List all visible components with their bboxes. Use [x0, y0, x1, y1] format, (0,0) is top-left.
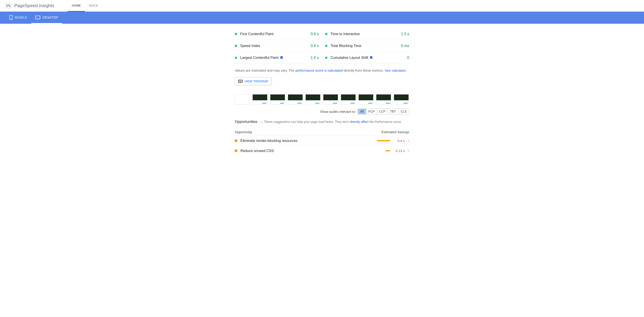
chevron-down-icon[interactable]: ▽ [408, 139, 409, 142]
estimate-note: Values are estimated and may vary. The p… [235, 68, 409, 73]
metric-label: Time to Interactive [330, 32, 401, 36]
nav-tabs: HOME DOCS [68, 0, 102, 12]
opportunities-title: Opportunities [235, 120, 258, 124]
metric-row: Speed Index0.8 s [235, 40, 319, 52]
metric-label: Speed Index [240, 44, 310, 48]
audit-filter-label: Show audits relevant to: [320, 110, 356, 114]
calculator-link[interactable]: See calculator [384, 69, 406, 72]
filmstrip-thumb[interactable] [306, 94, 320, 105]
metric-value: 0 [407, 56, 409, 60]
device-bar: MOBILE DESKTOP [0, 12, 644, 24]
metric-label: Total Blocking Time [330, 44, 401, 48]
status-dot-icon [235, 57, 237, 59]
status-square-icon [235, 139, 237, 142]
app-header: PageSpeed Insights HOME DOCS [0, 0, 644, 12]
filmstrip-thumb[interactable] [288, 94, 303, 105]
bookmark-icon [280, 56, 283, 59]
app-title: PageSpeed Insights [14, 3, 54, 8]
metric-value: 0.8 s [310, 44, 319, 48]
filmstrip-thumb[interactable] [270, 94, 285, 105]
status-square-icon [235, 150, 237, 152]
directly-affect-link[interactable]: directly affect [350, 120, 368, 124]
metric-row: Cumulative Layout Shift 0 [325, 52, 409, 64]
status-dot-icon [325, 57, 327, 59]
savings-value: 0.4 s [393, 139, 405, 143]
metrics-grid: First Contentful Paint0.8 sTime to Inter… [235, 28, 409, 64]
filter-btn-tbt[interactable]: TBT [388, 109, 398, 114]
desktop-icon [35, 16, 40, 19]
savings-bar [377, 140, 390, 141]
audit-filter-row: Show audits relevant to: AllFCPLCPTBTCLS [235, 109, 409, 114]
col-savings: Estimated Savings [382, 130, 409, 134]
filmstrip-thumb[interactable] [341, 94, 356, 105]
filter-btn-lcp[interactable]: LCP [377, 109, 388, 114]
filmstrip-thumb[interactable] [235, 94, 250, 105]
metric-label: First Contentful Paint [240, 32, 310, 36]
opportunity-label: Reduce unused CSS [240, 149, 386, 153]
view-treemap-button[interactable]: VIEW TREEMAP [235, 77, 272, 85]
opportunity-row[interactable]: Eliminate render-blocking resources0.4 s… [235, 136, 409, 146]
filter-btn-cls[interactable]: CLS [398, 109, 409, 114]
audit-filter-group: AllFCPLCPTBTCLS [358, 109, 409, 114]
logo-icon [5, 3, 11, 9]
status-dot-icon [235, 33, 237, 35]
filmstrip-thumb[interactable] [358, 94, 374, 105]
status-dot-icon [235, 45, 237, 47]
metric-value: 0 ms [401, 44, 409, 48]
filter-btn-fcp[interactable]: FCP [366, 109, 377, 114]
bookmark-icon [370, 56, 372, 59]
metric-label: Largest Contentful Paint [240, 56, 310, 60]
filmstrip-thumb[interactable] [376, 94, 391, 105]
status-dot-icon [325, 45, 327, 47]
treemap-label: VIEW TREEMAP [244, 80, 268, 83]
perf-score-link[interactable]: performance score is calculated [296, 69, 343, 72]
metric-value: 0.8 s [310, 32, 319, 36]
filter-btn-all[interactable]: All [358, 109, 366, 114]
mobile-icon [10, 15, 12, 20]
filmstrip-thumb[interactable] [394, 94, 409, 105]
device-tab-label: DESKTOP [42, 16, 58, 19]
opportunity-label: Eliminate render-blocking resources [240, 139, 377, 143]
opportunity-row[interactable]: Reduce unused CSS0.13 s▽ [235, 146, 409, 156]
metric-value: 1.3 s [401, 32, 409, 36]
status-dot-icon [325, 33, 327, 35]
col-opportunity: Opportunity [235, 130, 252, 134]
metric-row: Total Blocking Time0 ms [325, 40, 409, 52]
savings-bar [386, 150, 390, 151]
treemap-icon [238, 80, 242, 83]
filmstrip-thumb[interactable] [252, 94, 268, 105]
metric-label: Cumulative Layout Shift [330, 56, 407, 60]
device-tab-desktop[interactable]: DESKTOP [31, 12, 62, 24]
savings-value: 0.13 s [393, 149, 405, 153]
device-tab-label: MOBILE [15, 16, 27, 19]
chevron-down-icon[interactable]: ▽ [408, 149, 409, 152]
nav-tab-home[interactable]: HOME [68, 0, 85, 12]
opportunities-table-head: Opportunity Estimated Savings [235, 130, 409, 134]
metric-row: First Contentful Paint0.8 s [235, 28, 319, 40]
nav-tab-docs[interactable]: DOCS [85, 0, 102, 12]
opportunities-desc: — These suggestions can help your page l… [258, 120, 402, 124]
opportunities-section: Opportunities — These suggestions can he… [235, 119, 409, 156]
metric-row: Time to Interactive1.3 s [325, 28, 409, 40]
metric-value: 1.0 s [310, 56, 319, 60]
filmstrip [235, 94, 409, 105]
metric-row: Largest Contentful Paint 1.0 s [235, 52, 319, 64]
device-tab-mobile[interactable]: MOBILE [5, 12, 31, 24]
filmstrip-thumb[interactable] [323, 94, 338, 105]
